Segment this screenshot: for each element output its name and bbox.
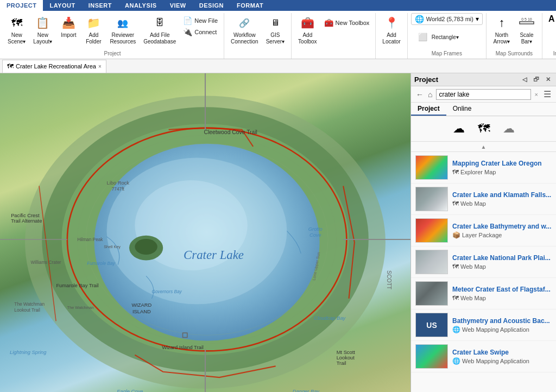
ribbon-tab-bar: PROJECT LAYOUT INSERT ANALYSIS VIEW DESI… [0, 0, 556, 11]
add-toolbox-button[interactable]: 🧰 AddToolbox [295, 13, 320, 46]
result-type-2: 🗺 Web Map [452, 200, 552, 207]
import-button[interactable]: 📥 Import [56, 13, 80, 40]
ribbon-content: 🗺 NewScene▾ 📋 NewLayout▾ 📥 Import 📁 AddF… [0, 11, 556, 59]
tab-view[interactable]: VIEW [163, 0, 193, 11]
svg-text:Trail Alternate: Trail Alternate [11, 218, 42, 224]
import-icon: 📥 [60, 14, 77, 31]
svg-text:Governors Bay: Governors Bay [151, 289, 182, 294]
gis-server-icon: 🖥 [267, 14, 284, 31]
ribbon-group-workflow: 🔗 WorkflowConnection 🖥 GISServer▾ [224, 13, 292, 59]
panel-tab-online[interactable]: Online [446, 103, 478, 116]
new-file-button[interactable]: 📄 New File [180, 15, 220, 26]
result-type-icon-5: 🗺 [452, 294, 459, 302]
result-item-6[interactable]: US Bathymetry and Acoustic Bac... 🌐 Web … [411, 309, 556, 341]
svg-text:ISLAND: ISLAND [132, 309, 151, 314]
svg-text:Cove: Cove [309, 232, 321, 238]
gis-server-button[interactable]: 🖥 GISServer▾ [263, 13, 288, 46]
result-item-1[interactable]: Mapping Crater Lake Oregon 🗺 Explorer Ma… [411, 152, 556, 184]
search-home-button[interactable]: ⌂ [426, 90, 434, 99]
svg-text:Pacific Crest: Pacific Crest [11, 213, 40, 218]
result-thumb-6: US [415, 313, 448, 337]
filter-all-button[interactable]: ☁ [448, 119, 469, 138]
result-thumb-5 [415, 281, 448, 306]
ribbon-group-toolbox: 🧰 AddToolbox 🧰 New Toolbox [292, 13, 376, 59]
north-arrow-button[interactable]: ↑ NorthArrow▾ [490, 13, 514, 46]
add-folder-icon: 📁 [85, 14, 102, 31]
result-info-6: Bathymetry and Acoustic Bac... 🌐 Web Map… [452, 317, 552, 333]
result-item-3[interactable]: Crater Lake Bathymetry and w... 📦 Layer … [411, 215, 556, 246]
tab-analysis[interactable]: ANALYSIS [118, 0, 163, 11]
svg-text:Grotto: Grotto [308, 226, 323, 232]
filter-collapse[interactable]: ▲ [411, 142, 556, 152]
add-folder-button[interactable]: 📁 AddFolder [81, 13, 105, 46]
panel-tabs: Project Online [411, 103, 556, 116]
new-toolbox-button[interactable]: 🧰 New Toolbox [321, 17, 372, 28]
result-type-label-1: Explorer Map [460, 169, 496, 175]
map-tab-crater-lake[interactable]: 🗺 Crater Lake Recreational Area × [2, 60, 106, 73]
new-file-label: New File [194, 17, 218, 24]
panel-titlebar: Project ◁ 🗗 ✕ [411, 73, 556, 86]
new-scene-button[interactable]: 🗺 NewScene▾ [4, 13, 29, 46]
result-type-label-7: Web Mapping Application [462, 358, 529, 364]
rectangle-button[interactable]: ⬜ Rectangle▾ [411, 27, 462, 47]
search-menu-button[interactable]: ☰ [542, 88, 553, 100]
reviewer-resources-button[interactable]: 👥 ReviewerResources [106, 13, 139, 46]
tab-layout[interactable]: LAYOUT [43, 0, 81, 11]
svg-text:Trail: Trail [337, 361, 346, 366]
ribbon-group-insert-text: A Point Text Insert Text [542, 13, 556, 59]
result-thumb-7 [415, 344, 448, 369]
usgs-logo-text: US [426, 321, 437, 330]
result-item-7[interactable]: Crater Lake Swipe 🌐 Web Mapping Applicat… [411, 341, 556, 372]
tab-format[interactable]: FORMAT [230, 0, 270, 11]
panel-titlebar-buttons: ◁ 🗗 ✕ [520, 75, 553, 84]
map-tab-close[interactable]: × [98, 64, 102, 69]
filter-layer-button[interactable]: ☁ [498, 119, 519, 138]
connect-button[interactable]: 🔌 Connect [180, 27, 220, 37]
point-text-button[interactable]: A Point Text [546, 13, 556, 25]
panel-close-button[interactable]: ✕ [544, 75, 553, 84]
toolbox-items: 🧰 AddToolbox 🧰 New Toolbox [295, 13, 372, 55]
map-icon: 🗺 [7, 62, 14, 70]
svg-text:Hilman Peak: Hilman Peak [78, 237, 104, 242]
result-type-icon-1: 🗺 [452, 168, 459, 176]
add-locator-button[interactable]: 📍 AddLocator [379, 13, 403, 46]
filter-map-button[interactable]: 🗺 [473, 119, 494, 138]
new-layout-button[interactable]: 📋 NewLayout▾ [30, 13, 55, 46]
scale-bar-button[interactable]: 0 5 10 ScaleBar▾ [515, 13, 539, 46]
result-item-5[interactable]: Meteor Crater East of Flagstaf... 🗺 Web … [411, 278, 556, 309]
tab-project[interactable]: PROJECT [0, 0, 43, 11]
panel-auto-hide-button[interactable]: ◁ [520, 75, 529, 84]
geodatabase-label: Add FileGeodatabase [143, 32, 176, 45]
workflow-connection-button[interactable]: 🔗 WorkflowConnection [228, 13, 262, 46]
world2-dropdown[interactable]: 🌐 World2 (5,783 mi) ▾ [411, 13, 483, 25]
tab-design[interactable]: DESIGN [193, 0, 230, 11]
svg-text:Danger Bay: Danger Bay [293, 389, 320, 392]
map-surrounds-items: ↑ NorthArrow▾ 0 5 10 ScaleBar▾ [490, 13, 539, 49]
ribbon-group-project-items: 🗺 NewScene▾ 📋 NewLayout▾ 📥 Import 📁 AddF… [4, 13, 220, 49]
add-toolbox-label: AddToolbox [298, 32, 317, 45]
dropdown-arrow: ▾ [476, 15, 479, 23]
new-scene-icon: 🗺 [8, 14, 26, 31]
filter-all-icon: ☁ [453, 122, 465, 136]
new-toolbox-icon: 🧰 [324, 18, 333, 27]
result-info-5: Meteor Crater East of Flagstaf... 🗺 Web … [452, 286, 552, 302]
import-label: Import [61, 32, 76, 39]
result-item-4[interactable]: Crater Lake National Park Plai... 🗺 Web … [411, 246, 556, 278]
result-type-icon-4: 🗺 [452, 263, 459, 270]
result-item-2[interactable]: Crater Lake and Klamath Falls... 🗺 Web M… [411, 184, 556, 215]
add-locator-icon: 📍 [383, 14, 400, 31]
panel-restore-button[interactable]: 🗗 [531, 75, 541, 84]
panel-filter: ☁ 🗺 ☁ [411, 116, 556, 142]
result-type-4: 🗺 Web Map [452, 263, 552, 270]
result-type-icon-7: 🌐 [452, 357, 460, 365]
map-tab-title: Crater Lake Recreational Area [16, 63, 96, 69]
search-input[interactable] [436, 89, 530, 100]
search-back-button[interactable]: ← [414, 90, 425, 99]
map-viewport[interactable]: Crater Lake Cleetwood Cove Trail WIZARD … [0, 73, 410, 392]
tab-insert[interactable]: INSERT [82, 0, 118, 11]
panel-tab-project[interactable]: Project [411, 103, 446, 116]
search-clear-button[interactable]: × [533, 91, 540, 98]
ribbon-group-map-surrounds: ↑ NorthArrow▾ 0 5 10 ScaleBar▾ Map Surro… [486, 13, 542, 59]
add-file-geodatabase-button[interactable]: 🗄 Add FileGeodatabase [140, 13, 179, 46]
svg-text:7747ft: 7747ft [112, 186, 125, 192]
